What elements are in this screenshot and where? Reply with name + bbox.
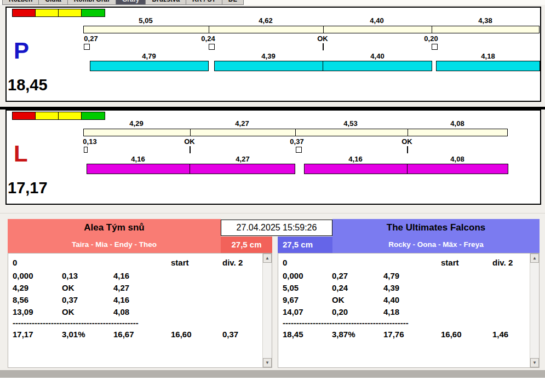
- scroll-down-button[interactable]: ▼: [530, 358, 539, 367]
- tab-kr-st[interactable]: KR / ST: [186, 0, 222, 5]
- cell: start: [171, 258, 189, 267]
- cell: 16,60: [441, 330, 462, 339]
- tab-grafy[interactable]: Grafy: [116, 0, 145, 5]
- crossing-time-label: OK: [317, 34, 328, 43]
- cell: 3,87%: [332, 330, 355, 339]
- scroll-up-button[interactable]: ▲: [263, 253, 272, 263]
- totals-row: 18,45 3,87% 17,76 16,60 1,46: [278, 330, 530, 341]
- dog-run-bar: [90, 61, 209, 71]
- result-row: 8,56 0,37 4,16: [8, 295, 262, 306]
- dog-time-label: 4,08: [450, 155, 464, 163]
- lane-graph-left: 4,29 4,27 4,53 4,08 0,13 OK 0,37 OK 4,16…: [83, 119, 542, 186]
- tab-druzstva[interactable]: Družstva: [145, 0, 186, 5]
- crossing-checkbox[interactable]: [296, 147, 302, 153]
- light-yellow-1: [36, 112, 59, 119]
- start-lights: [12, 9, 105, 17]
- right-team-name: The Ultimates Falcons: [387, 222, 485, 233]
- split-time-label: 4,29: [129, 119, 143, 128]
- cell: 4,79: [383, 271, 399, 280]
- left-team-results-list[interactable]: 0 start div. 2 0,000 0,13 4,16 4,29 OK 4…: [8, 253, 272, 368]
- cell: start: [441, 258, 459, 267]
- app-window: Rozbeh Cidla Kombi Graf Grafy Družstva K…: [0, 0, 545, 378]
- crossing-time-label: 0,27: [84, 34, 97, 43]
- light-red: [13, 112, 36, 119]
- light-red: [13, 9, 36, 16]
- cell: 14,07: [283, 307, 303, 316]
- dog-run-bar: [407, 164, 508, 174]
- light-yellow-2: [59, 112, 82, 119]
- segment-divider: [432, 26, 432, 33]
- cell: 4,40: [383, 295, 399, 304]
- left-team-name: Alea Tým snů: [84, 222, 145, 233]
- dog-time-label: 4,16: [348, 155, 362, 163]
- result-row: 9,67 OK 4,40: [278, 295, 530, 306]
- results-header-row: 0 start div. 2: [8, 258, 262, 269]
- scroll-up-button[interactable]: ▲: [530, 253, 539, 263]
- right-team-results-list[interactable]: 0 start div. 2 0,000 0,27 4,79 5,05 0,24…: [278, 253, 540, 368]
- crossing-checkbox[interactable]: [84, 147, 88, 153]
- cell: 0,000: [283, 271, 303, 280]
- scrollbar[interactable]: ▲ ▼: [262, 253, 272, 367]
- ok-tick-mark: [323, 43, 324, 50]
- cell: 17,76: [383, 330, 404, 339]
- cell: 4,16: [113, 271, 129, 280]
- cell: 0,27: [332, 271, 348, 280]
- ok-tick-mark: [407, 146, 408, 153]
- dog-run-bar: [436, 61, 540, 71]
- cell: 0,24: [332, 283, 348, 292]
- scrollbar[interactable]: ▲ ▼: [530, 253, 539, 367]
- dog-run-bar: [323, 61, 432, 71]
- crossing-time-label: 0,24: [201, 34, 215, 43]
- crossing-checkbox[interactable]: [84, 44, 90, 50]
- cell: 18,45: [283, 330, 303, 339]
- segment-divider: [209, 26, 209, 33]
- dog-run-bar: [190, 164, 295, 174]
- dog-run-bar: [87, 164, 190, 174]
- cell: 9,67: [283, 295, 299, 304]
- start-lights: [12, 112, 105, 120]
- result-row: 0,000 0,27 4,79: [278, 271, 530, 282]
- tab-rozbeh[interactable]: Rozbeh: [2, 0, 38, 5]
- scroll-down-button[interactable]: ▼: [263, 358, 272, 367]
- right-team-header: The Ultimates Falcons: [332, 219, 540, 237]
- dog-time-label: 4,39: [261, 52, 275, 60]
- dashed-line: ----------------------------------------…: [283, 318, 409, 327]
- cell: 17,17: [13, 330, 33, 339]
- cell: 13,09: [13, 307, 33, 316]
- cell: 3,01%: [62, 330, 85, 339]
- dog-time-label: 4,18: [481, 52, 495, 60]
- segment-divider: [323, 26, 324, 33]
- totals-row: 17,17 3,01% 16,67 16,60 0,37: [8, 330, 262, 341]
- crossing-checkbox[interactable]: [432, 44, 438, 50]
- split-time-label: 4,38: [478, 16, 492, 25]
- dog-time-label: 4,27: [236, 155, 249, 163]
- cell: 0: [13, 258, 17, 267]
- split-time-label: 4,08: [450, 119, 464, 128]
- tab-kombi-graf[interactable]: Kombi Graf: [67, 0, 116, 5]
- cell: 4,18: [383, 307, 399, 316]
- results-header-row: 0 start div. 2: [278, 258, 530, 269]
- tab-cidla[interactable]: Cidla: [38, 0, 67, 5]
- lane-graph-right: 5,05 4,62 4,40 4,38 0,27 0,24 OK 0,20 4,…: [83, 16, 542, 83]
- cell: OK: [332, 295, 345, 304]
- segment-divider: [295, 129, 296, 136]
- cell: 16,60: [171, 330, 192, 339]
- segment-divider: [190, 129, 191, 136]
- dashed-line: ----------------------------------------…: [13, 318, 139, 327]
- lane-letter-left: L: [14, 142, 28, 165]
- split-time-label: 5,05: [139, 16, 152, 25]
- separator-row: ----------------------------------------…: [278, 318, 530, 329]
- tabs: Rozbeh Cidla Kombi Graf Grafy Družstva K…: [2, 0, 244, 5]
- cell: 0,20: [332, 307, 348, 316]
- cumulative-time-bar: [83, 129, 508, 136]
- tab-dl[interactable]: DL: [222, 0, 244, 5]
- crossing-checkbox[interactable]: [209, 44, 215, 50]
- lane-total-right: 18,45: [8, 76, 48, 95]
- window-bottom-bar: [0, 370, 545, 378]
- light-yellow-1: [36, 9, 59, 16]
- cell: OK: [62, 283, 74, 292]
- lane-panel-left: 4,29 4,27 4,53 4,08 0,13 OK 0,37 OK 4,16…: [5, 109, 541, 205]
- cell: 4,08: [113, 307, 129, 316]
- ok-tick-mark: [190, 146, 191, 153]
- crossing-time-label: 0,13: [83, 137, 96, 146]
